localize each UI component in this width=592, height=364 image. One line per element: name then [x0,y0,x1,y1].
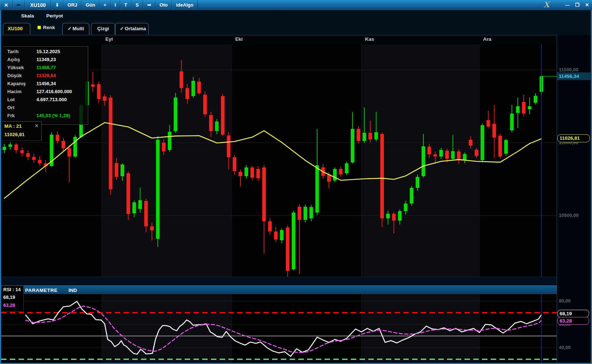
tab-multi[interactable]: ✓Multi [62,23,89,35]
menu-item-periyot[interactable]: Periyot [46,13,63,19]
chart-window: ✕⬅XU100⬇ORJGün+ITS➡OtoideAlgo X —❐✕ Skal… [0,0,592,364]
tooltip-row: Lot4.697.713.000 [3,97,88,105]
period-gun-button[interactable]: Gün [82,0,99,10]
close-chart-icon[interactable]: ✕ [0,0,13,10]
price-tick-label: 10500,00 [559,213,579,218]
ohlc-tooltip: Tarih15.12.2025Açılış11349,23Yüksek11468… [3,46,88,125]
check-icon: ✓ [68,26,72,31]
check-icon: ✓ [120,26,124,31]
ma-indicator-value: 11026,81 [4,132,25,137]
tooltip-row: Kapanış11456,34 [3,81,88,89]
month-label-eyl: Eyl [105,36,113,42]
tooltip-value: 15.12.2025 [36,49,60,54]
tooltip-row: Düşük11328,64 [3,73,88,81]
back-arrow-icon[interactable]: ⬅ [13,0,25,10]
titlebar-items: ✕⬅XU100⬇ORJGün+ITS➡OtoideAlgo [0,0,198,10]
month-label-ara: Ara [483,36,491,42]
tooltip-value: 11349,23 [36,57,56,62]
app-logo-icon: X [544,0,562,10]
tooltip-row: Hacim127.416.600.000 [3,89,88,97]
window-border-left [0,10,1,364]
s-tool-button[interactable]: S [132,0,143,10]
minimize-icon[interactable]: — [562,0,572,10]
menu-item-skala[interactable]: Skala [21,13,34,19]
tooltip-label: Ort [7,105,15,110]
price-tick-label: 11500,00 [559,67,579,72]
down-arrow-icon[interactable]: ⬇ [51,0,63,10]
rsi-signal-value: 63,28 [3,302,15,308]
rsi-menu-parametre[interactable]: PARAMETRE [25,288,58,293]
titlebar-spacer [198,0,544,10]
rsi-signal-badge: 63,28 [557,317,589,325]
renk-label: Renk [43,25,55,30]
tooltip-value: 4.697.713.000 [36,97,67,102]
symbol-button[interactable]: XU100 [25,0,51,10]
last-price-badge: 11456,34 [557,72,591,80]
rsi-indicator-title: RSI : 14 [3,287,21,292]
ma-indicator-box: MA : 21 ✕ 11026,81 [2,121,42,141]
idealgo-button[interactable]: ideAlgo [172,0,198,10]
forward-arrow-icon[interactable]: ➡ [143,0,156,10]
indicator-button[interactable]: I [111,0,121,10]
tooltip-row: Tarih15.12.2025 [3,49,88,57]
ma-price-badge: 11026,81 [557,134,590,142]
menubar: SkalaPeriyot [1,10,591,22]
titlebar: ✕⬅XU100⬇ORJGün+ITS➡OtoideAlgo X —❐✕ [0,0,592,10]
tab-label: Ortalama [125,26,146,31]
tab-ortalama[interactable]: ✓Ortalama [115,23,149,35]
oto-button[interactable]: Oto [156,0,172,10]
tooltip-row: Ort [3,105,88,113]
tooltip-label: Düşük [7,73,22,78]
tab-symbol[interactable]: XU100 [3,23,30,35]
tooltip-value: 145,03 (% 1,28) [36,113,70,118]
tooltip-label: Yüksek [7,65,24,70]
tooltip-label: Lot [7,97,15,102]
maximize-icon[interactable]: ❐ [572,0,582,10]
tooltip-label: Tarih [7,49,19,54]
tab-çizgi[interactable]: Çizgi [91,23,115,35]
tabbar: XU100 Renk ✓MultiÇizgi✓Ortalama [1,22,591,35]
ma-indicator-title: MA : 21 [4,123,22,129]
renk-button[interactable]: Renk [38,25,55,30]
tooltip-value: 11328,64 [36,73,56,78]
window-controls: —❐✕ [562,0,592,10]
rsi-chart[interactable] [1,294,557,363]
tooltip-label: Açılış [7,57,20,62]
tooltip-value: 11468,77 [36,65,56,70]
tooltip-label: Kapanış [7,81,26,86]
tooltip-label: Frk [7,113,15,118]
rsi-indicator-box: RSI : 14 68,19 63,28 [1,286,24,312]
tooltip-value: 127.416.600.000 [36,89,72,94]
month-label-eki: Eki [235,36,243,42]
tooltip-row: Frk145,03 (% 1,28) [3,113,88,121]
rsi-value-badge: 68,19 [557,310,589,317]
panel-divider[interactable] [1,277,591,286]
color-swatch-icon [38,26,41,29]
rsi-tick-label: 80,00 [559,298,571,304]
text-tool-button[interactable]: T [120,0,132,10]
tooltip-label: Hacim [7,89,21,94]
tooltip-row: Yüksek11468,77 [3,65,88,73]
rsi-indicator-value: 68,19 [3,294,15,300]
orj-button[interactable]: ORJ [63,0,82,10]
date-axis[interactable] [1,35,591,45]
month-label-kas: Kas [365,36,374,42]
tab-label: Multi [72,26,84,31]
tooltip-row: Açılış11349,23 [3,57,88,65]
rsi-header: ✕ ↻ PARAMETRE IND [1,285,591,294]
rsi-menu-ind[interactable]: IND [68,288,77,293]
rsi-tick-label: 40,00 [559,345,571,350]
close-icon[interactable]: ✕ [582,0,592,10]
tab-label: Çizgi [97,26,109,31]
ma-close-icon[interactable]: ✕ [35,123,39,128]
add-button[interactable]: + [99,0,111,10]
tooltip-value: 11456,34 [36,81,56,86]
